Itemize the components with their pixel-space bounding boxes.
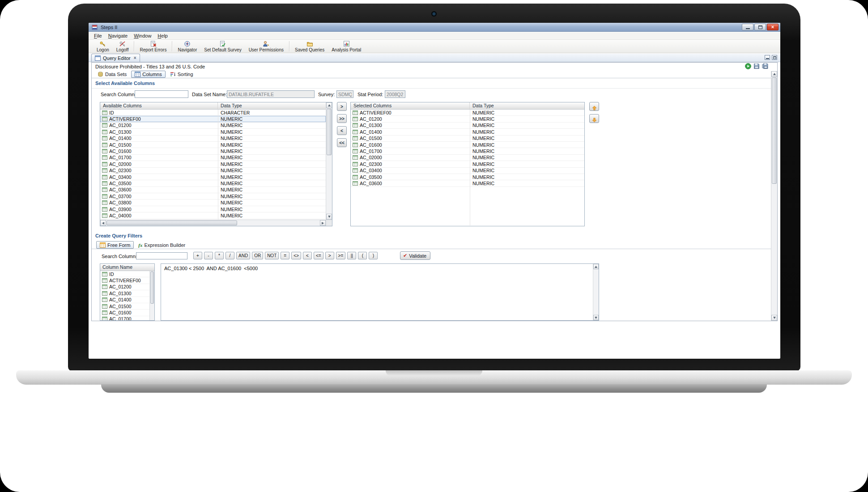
toolbar-logoff[interactable]: Logoff	[113, 40, 132, 53]
list-item[interactable]: AC_01400	[100, 297, 149, 303]
operator-button[interactable]: <=	[314, 252, 323, 259]
list-item[interactable]: AC_01700	[100, 316, 149, 320]
scroll-down-icon[interactable]	[326, 214, 332, 220]
list-item[interactable]: ACTIVEREF00	[100, 277, 149, 284]
table-row[interactable]: AC_01400 NUMERIC	[100, 136, 326, 142]
scrollbar-thumb[interactable]	[150, 271, 154, 304]
save-all-button[interactable]	[762, 63, 768, 69]
scroll-down-icon[interactable]	[771, 315, 777, 321]
scroll-up-icon[interactable]	[593, 264, 599, 269]
menu-window[interactable]: Window	[131, 33, 154, 39]
operator-button[interactable]: /	[226, 252, 234, 259]
operator-button[interactable]: NOT	[265, 252, 279, 259]
tab-free-form[interactable]: Free Form	[96, 241, 134, 249]
column-list-header[interactable]: Column Name	[100, 264, 154, 271]
scroll-up-icon[interactable]	[326, 102, 332, 108]
table-row[interactable]: AC_01500 NUMERIC	[351, 136, 584, 142]
toolbar-navigator[interactable]: Navigator	[174, 40, 200, 53]
scrollbar-thumb[interactable]	[772, 77, 777, 184]
filter-search-input[interactable]	[136, 252, 187, 259]
operator-button[interactable]: *	[215, 252, 224, 259]
scroll-down-icon[interactable]	[593, 315, 599, 320]
table-row[interactable]: AC_01700 NUMERIC	[351, 148, 584, 154]
table-row[interactable]: AC_02300 NUMERIC	[100, 168, 326, 174]
data-set-name-field[interactable]	[227, 90, 315, 98]
toolbar-logon[interactable]: Logon	[93, 40, 113, 53]
table-row[interactable]: AC_01300 NUMERIC	[100, 129, 326, 135]
table-row[interactable]: AC_01300 NUMERIC	[351, 123, 584, 129]
operator-button[interactable]: >=	[336, 252, 346, 259]
header-selected-columns[interactable]: Selected Columns	[351, 102, 470, 109]
move-right-button[interactable]: >	[337, 102, 347, 111]
list-item[interactable]: AC_01300	[100, 290, 149, 297]
table-row[interactable]: AC_01200 NUMERIC	[100, 123, 326, 129]
toolbar-report-errors[interactable]: Report Errors	[136, 40, 170, 53]
maximize-view-icon[interactable]	[772, 55, 777, 60]
expression-scrollbar[interactable]	[593, 264, 599, 320]
tab-columns[interactable]: Columns	[131, 71, 165, 78]
menu-help[interactable]: Help	[155, 33, 170, 39]
scroll-right-icon[interactable]	[320, 220, 326, 226]
table-row[interactable]: ACTIVEREF00 NUMERIC	[351, 110, 584, 116]
list-item[interactable]: AC_01600	[100, 310, 149, 316]
list-item[interactable]: ID	[100, 271, 149, 277]
toolbar-set-default-survey[interactable]: Set Default Survey	[200, 40, 245, 53]
move-all-left-button[interactable]: <<	[337, 138, 347, 147]
list-item[interactable]: AC_01200	[100, 284, 149, 290]
table-row[interactable]: ID CHARACTER	[100, 110, 326, 116]
stat-period-field[interactable]	[385, 90, 405, 98]
table-row[interactable]: AC_01400 NUMERIC	[351, 129, 584, 135]
tab-query-editor[interactable]: Query Editor ×	[91, 54, 140, 62]
horizontal-scrollbar[interactable]	[100, 220, 326, 226]
table-row[interactable]: AC_03800 NUMERIC	[100, 199, 326, 206]
table-row[interactable]: AC_03900 NUMERIC	[100, 206, 326, 212]
editor-scrollbar[interactable]	[771, 71, 777, 321]
toolbar-saved-queries[interactable]: Saved Queries	[291, 40, 328, 53]
table-row[interactable]: AC_02300 NUMERIC	[351, 161, 584, 167]
save-button[interactable]	[753, 63, 760, 69]
scrollbar-thumb[interactable]	[106, 221, 237, 225]
scroll-up-icon[interactable]	[771, 71, 777, 77]
menu-file[interactable]: File	[91, 33, 105, 39]
table-row[interactable]: AC_03400 NUMERIC	[100, 174, 326, 180]
header-available-columns[interactable]: Available Columns	[100, 102, 218, 109]
operator-button[interactable]: +	[193, 252, 202, 259]
table-row[interactable]: AC_03700 NUMERIC	[100, 193, 326, 199]
close-button[interactable]: ×	[767, 24, 779, 30]
tab-expression-builder[interactable]: fx Expression Builder	[135, 241, 188, 249]
header-data-type[interactable]: Data Type	[218, 102, 326, 109]
search-columns-input[interactable]	[135, 90, 188, 98]
menu-navigate[interactable]: Navigate	[106, 33, 130, 39]
scroll-left-icon[interactable]	[100, 220, 106, 226]
table-row[interactable]: AC_03500 NUMERIC	[351, 174, 584, 180]
toolbar-user-permissions[interactable]: User Permissions	[245, 40, 287, 53]
table-row[interactable]: ACTIVEREF00 NUMERIC	[100, 116, 326, 122]
vertical-scrollbar[interactable]	[326, 102, 332, 220]
operator-button[interactable]: (	[358, 252, 367, 259]
table-row[interactable]: AC_02000 NUMERIC	[100, 161, 326, 167]
table-row[interactable]: AC_01500 NUMERIC	[100, 142, 326, 148]
operator-button[interactable]: OR	[252, 252, 263, 259]
table-row[interactable]: AC_04000 NUMERIC	[100, 212, 326, 219]
tab-close-icon[interactable]: ×	[133, 55, 136, 60]
move-left-button[interactable]: <	[337, 126, 347, 135]
list-scrollbar[interactable]	[149, 271, 154, 320]
restore-button[interactable]	[754, 24, 766, 30]
table-row[interactable]: AC_01200 NUMERIC	[351, 116, 584, 122]
list-item[interactable]: AC_01500	[100, 303, 149, 310]
operator-button[interactable]: <>	[291, 252, 301, 259]
header-data-type[interactable]: Data Type	[470, 102, 584, 109]
minimize-view-icon[interactable]	[765, 55, 770, 60]
operator-button[interactable]: )	[369, 252, 378, 259]
operator-button[interactable]: =	[281, 252, 289, 259]
validate-button[interactable]: ✔ Validate	[400, 251, 430, 260]
table-row[interactable]: AC_03600 NUMERIC	[351, 180, 584, 187]
table-row[interactable]: AC_02000 NUMERIC	[351, 155, 584, 161]
table-row[interactable]: AC_03400 NUMERIC	[351, 168, 584, 174]
expression-input[interactable]: AC_01300 < 2500 AND AC_01600 <5000	[161, 263, 599, 321]
minimize-button[interactable]	[742, 24, 753, 30]
tab-data-sets[interactable]: Data Sets	[94, 71, 130, 78]
operator-button[interactable]: -	[204, 252, 213, 259]
operator-button[interactable]: AND	[236, 252, 250, 259]
table-row[interactable]: AC_03500 NUMERIC	[100, 180, 326, 187]
